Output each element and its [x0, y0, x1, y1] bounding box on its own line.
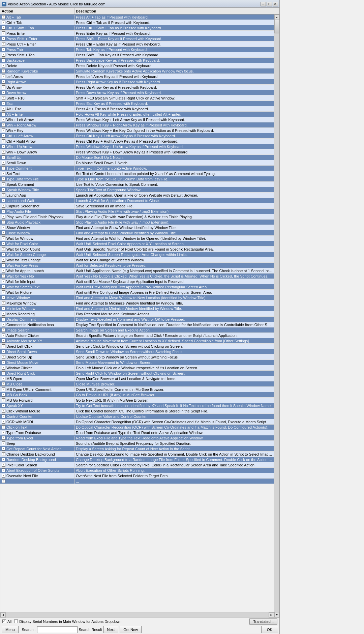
table-row[interactable]: ✓Macro RecordingPlay Recorded Mouse and …	[0, 311, 274, 317]
table-row[interactable]: ✓Close WindowFind and Attempt to Close W…	[0, 230, 274, 236]
table-row[interactable]: ✓BeepSound an Audible Beep at Specified …	[0, 441, 274, 446]
row-checkbox[interactable]: ✓	[2, 290, 5, 294]
table-row[interactable]: ✓Right ArrowPress Right Arrow Key as if …	[0, 79, 274, 85]
row-checkbox[interactable]: ✓	[2, 188, 5, 192]
table-row[interactable]: ✓Wait for Pixel ColorWait Until Selected…	[0, 241, 274, 247]
row-checkbox[interactable]: ✓	[2, 231, 5, 235]
table-row[interactable]: ✓Random KeystrokeSimulate Random Keystro…	[0, 68, 274, 74]
table-row[interactable]: ✓Stop Audio PlaybackStop Playing Audio F…	[0, 220, 274, 225]
table-row[interactable]: ✓Alt + TabPress Alt + Tab as if Pressed …	[0, 15, 274, 20]
row-checkbox[interactable]: ✓	[2, 112, 5, 116]
row-checkbox[interactable]: ✓	[2, 431, 5, 434]
table-row[interactable]: ✓Direct Scroll DownSend Scroll Down to W…	[0, 349, 274, 354]
table-row[interactable]: ✓Win + Up ArrowPress Windows Key + Up Ar…	[0, 144, 274, 149]
row-checkbox[interactable]: ✓	[2, 139, 5, 143]
row-checkbox[interactable]: ✓	[2, 463, 5, 467]
row-checkbox[interactable]: ✓	[2, 441, 5, 445]
table-row[interactable]: ✓Image SearchSearch Image on Screen and …	[0, 327, 274, 333]
table-row[interactable]: ✓Press EnterPress Enter Key as if Presse…	[0, 31, 274, 36]
all-checkbox-area[interactable]: ✓ All	[2, 619, 11, 624]
table-row[interactable]: ✓Wait For Key PressWait for Selected Key…	[0, 263, 274, 268]
table-row[interactable]: ✓Press Shift + TabPress Shift + Tab Key …	[0, 52, 274, 58]
row-checkbox[interactable]: ✓	[2, 258, 5, 262]
table-row[interactable]: ✓Comment in Notification IconDisplay Tex…	[0, 322, 274, 327]
row-checkbox[interactable]: ✓	[2, 393, 5, 397]
table-row[interactable]: ✓Scroll DownDo Mouse Scroll Down 1 Notch…	[0, 160, 274, 166]
table-row[interactable]: ✓Launch and WaitLaunch & Wait for Applic…	[0, 198, 274, 203]
table-row[interactable]: ✓Show WindowFind and Attempt to Show Win…	[0, 225, 274, 230]
serial-numbers-checkbox[interactable]	[14, 619, 18, 623]
row-checkbox[interactable]: ✓	[2, 263, 5, 267]
table-row[interactable]: ✓Ctrl + Left ArrowPress Ctrl Key + Left …	[0, 133, 274, 139]
row-checkbox[interactable]: ✓	[2, 48, 5, 51]
row-checkbox[interactable]: ✓	[2, 75, 5, 78]
table-row[interactable]: ✓Wait for Screen ChangeWait Until Select…	[0, 252, 274, 257]
table-row[interactable]: ✓Wait for PictureWait untill Pre-Configu…	[0, 290, 274, 295]
table-row[interactable]: ✓Speak Window TitleSpeak Title Text of F…	[0, 187, 274, 193]
row-checkbox[interactable]: ✓	[2, 334, 5, 337]
table-row[interactable]: ✓Speak XYTry to Get Text beneath Locatio…	[0, 403, 274, 408]
row-checkbox[interactable]: ✓	[2, 285, 5, 289]
serial-numbers-checkbox-area[interactable]: Display Serial Numbers in Main Window fo…	[14, 619, 121, 624]
table-row[interactable]: ✓Auto Picture ClickerSearch Specific Pic…	[0, 333, 274, 338]
table-row[interactable]: ✓Window ClickerDo a Left Mouse Click on …	[0, 365, 274, 371]
table-row[interactable]: ✓Display CommentDisplay Text Specified i…	[0, 317, 274, 322]
table-row[interactable]: ✓Click Without MouseClick the Control be…	[0, 408, 274, 414]
table-row[interactable]: ✓MB Go BackGo to Previous URL (If Any) i…	[0, 392, 274, 398]
table-row[interactable]: ✓Wait for Text ChangeWait for Text Chang…	[0, 257, 274, 263]
row-checkbox[interactable]: ✓	[2, 339, 5, 343]
row-checkbox[interactable]: ✓	[2, 177, 5, 181]
table-row[interactable]: ✓Get Repeat Count for Next ActionDisplay…	[0, 446, 274, 452]
row-checkbox[interactable]: ✓	[2, 425, 5, 429]
get-new-button[interactable]: Get New	[120, 626, 142, 633]
table-row[interactable]: ✓Play Audio FileStart Playing Audio File…	[0, 209, 274, 214]
table-row[interactable]: ✓Type Data from FileType a Line from .tx…	[0, 176, 274, 182]
table-row[interactable]: ✓Direct Right ClickSend Right Click to W…	[0, 371, 274, 376]
row-checkbox[interactable]: ✓	[2, 31, 5, 35]
row-checkbox[interactable]: ✓	[2, 193, 5, 197]
row-checkbox[interactable]: ✓	[2, 274, 5, 278]
table-row[interactable]: ✓Wait for Idle InputWait untill No Mouse…	[0, 279, 274, 284]
table-row[interactable]: ✓Press Ctrl + EnterPress Ctrl + Enter Ke…	[0, 41, 274, 47]
row-checkbox[interactable]: ✓	[2, 350, 5, 353]
row-checkbox[interactable]: ✓	[2, 64, 5, 67]
table-row[interactable]: ✓Type from ExcelRead from Excel File and…	[0, 435, 274, 441]
table-body[interactable]: ✓Alt + TabPress Alt + Tab as if Pressed …	[0, 15, 274, 612]
table-row[interactable]: ✓Scroll UpDo Mouse Scroll Up 1 Notch.	[0, 155, 274, 160]
row-checkbox[interactable]: ✓	[2, 307, 5, 310]
row-checkbox[interactable]: ✓	[2, 21, 5, 24]
translated-button[interactable]: Translated...	[249, 618, 277, 625]
row-checkbox[interactable]: ✓	[2, 220, 5, 224]
table-row[interactable]: ✓Alt + EnterHold Hown Alt Key while Pres…	[0, 112, 274, 117]
table-row[interactable]: ✓Ctrl + TabPress Ctrl + Tab as if Presse…	[0, 20, 274, 25]
table-row[interactable]: ✓Down ArrowPress Down Arrow Key as if Pr…	[0, 90, 274, 95]
row-checkbox[interactable]: ✓	[2, 247, 5, 251]
table-row[interactable]: ✓Change Desktop BackgroundChange Desktop…	[0, 452, 274, 457]
table-row[interactable]: ✓Win + Left ArrowPress Windows Key + Lef…	[0, 117, 274, 122]
table-row[interactable]: ✓Wait for Screen TextWait until Pre-Conf…	[0, 284, 274, 290]
row-checkbox[interactable]: ✓	[2, 91, 5, 94]
search-input[interactable]	[37, 626, 78, 633]
ok-button[interactable]: OK	[261, 626, 278, 633]
table-row[interactable]: ✓Capture ScreenshotSave Screenshot as an…	[0, 203, 274, 209]
scroll-thumb[interactable]	[274, 20, 279, 33]
table-row[interactable]: ✓Wait for Yes / NoWait Yes / No Button i…	[0, 273, 274, 279]
row-checkbox[interactable]: ✓	[2, 145, 5, 148]
table-row[interactable]: ✓Shift + F10Shift + F10 typically Simula…	[0, 95, 274, 101]
row-checkbox[interactable]: ✓	[2, 301, 5, 305]
row-checkbox[interactable]: ✓	[2, 118, 5, 121]
table-row[interactable]: ✓Type From DatabaseRead from Database an…	[0, 430, 274, 435]
row-checkbox[interactable]: ✓	[2, 474, 5, 478]
row-checkbox[interactable]: ✓	[2, 85, 5, 89]
row-checkbox[interactable]: ✓	[2, 58, 5, 62]
row-checkbox[interactable]: ✓	[2, 15, 5, 19]
row-checkbox[interactable]: ✓	[2, 199, 5, 202]
row-checkbox[interactable]: ✓	[2, 414, 5, 418]
row-checkbox[interactable]: ✓	[2, 226, 5, 229]
row-checkbox[interactable]: ✓	[2, 317, 5, 321]
vertical-scrollbar[interactable]: ▲ ▼	[274, 15, 279, 617]
table-row[interactable]: ✓Ctrl + Shift + TabPress Ctrl + Shift + …	[0, 25, 274, 31]
table-row[interactable]: ✓OCR with MODIDo Optical Character Recog…	[0, 419, 274, 425]
table-row[interactable]: ✓Alt + EscPress Alt + Esc as if Pressed …	[0, 106, 274, 112]
table-row[interactable]: ✓Launch AppLaunch an Application, Open a…	[0, 193, 274, 198]
